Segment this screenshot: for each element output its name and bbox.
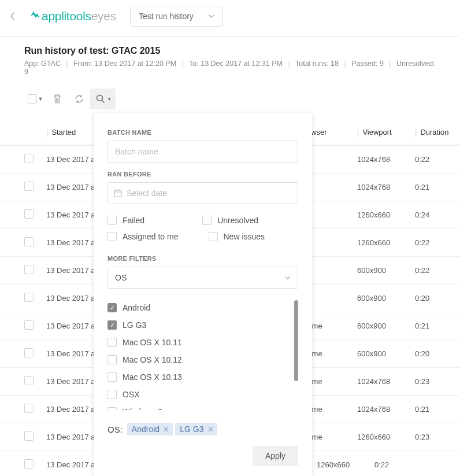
row-checkbox[interactable]: [24, 209, 34, 219]
cell-browser: rome: [305, 377, 357, 386]
filter-chip: Android ✕: [127, 423, 173, 436]
cell-duration: 0:22: [374, 460, 407, 469]
row-checkbox[interactable]: [24, 431, 34, 441]
filter-assigned-checkbox[interactable]: Assigned to me: [107, 232, 179, 241]
chevron-down-icon: [285, 276, 291, 279]
chevron-left-icon: [10, 12, 16, 21]
os-option[interactable]: ✓Android: [107, 299, 294, 316]
header-viewport: Viewport: [362, 128, 391, 136]
cell-duration: 0:22: [415, 238, 447, 247]
meta-passed: Passed: 9: [351, 60, 384, 68]
cell-duration: 0:20: [415, 349, 447, 358]
topbar: applitoolseyes Test run history: [0, 0, 460, 36]
meta-from: From: 13 Dec 2017 at 12:20 PM: [73, 60, 176, 68]
logo-icon: [29, 10, 42, 23]
checkbox-icon: [28, 94, 37, 104]
os-option[interactable]: ✓LG G3: [107, 316, 294, 334]
meta-app: App: GTAC: [24, 60, 61, 68]
logo-text-1: applitools: [42, 9, 91, 23]
toolbar: ▼ ▾: [0, 82, 460, 113]
search-icon: [95, 94, 106, 104]
refresh-button[interactable]: [68, 88, 90, 109]
row-checkbox[interactable]: [24, 154, 34, 163]
batch-name-label: BATCH NAME: [107, 129, 298, 136]
row-checkbox[interactable]: [24, 376, 34, 385]
row-checkbox[interactable]: [24, 320, 34, 330]
filter-panel: BATCH NAME RAN BEFORE Failed Unresolved …: [94, 113, 312, 476]
row-checkbox[interactable]: [24, 237, 34, 246]
checkbox-icon: [107, 407, 117, 410]
os-option[interactable]: OSX: [107, 386, 294, 403]
cell-duration: 0:20: [415, 294, 447, 302]
checkbox-icon: [107, 390, 117, 399]
checkbox-icon: [107, 372, 117, 382]
filter-unresolved-checkbox[interactable]: Unresolved: [202, 216, 258, 225]
caret-down-icon: ▾: [108, 96, 111, 102]
cell-viewport: 1024x768: [357, 377, 415, 386]
cell-viewport: 1024x768: [357, 155, 415, 164]
cell-viewport: 1260x660: [357, 211, 415, 219]
chevron-down-icon: [209, 14, 214, 18]
cell-viewport: 600x900: [357, 266, 415, 275]
apply-button[interactable]: Apply: [253, 446, 298, 466]
filter-button[interactable]: ▾: [90, 88, 116, 109]
os-option[interactable]: Mac OS X 10.11: [107, 334, 294, 351]
header-section: Run history of test: GTAC 2015 App: GTAC…: [0, 36, 460, 82]
page-title: Run history of test: GTAC 2015: [24, 46, 436, 56]
cell-duration: 0:23: [415, 377, 447, 386]
cell-viewport: 600x900: [357, 322, 415, 330]
back-button[interactable]: [2, 8, 23, 25]
more-filters-select[interactable]: OS: [107, 267, 298, 289]
cell-viewport: 600x900: [357, 349, 415, 358]
row-checkbox[interactable]: [24, 348, 34, 357]
os-option[interactable]: Mac OS X 10.12: [107, 351, 294, 368]
checkbox-icon: ✓: [107, 303, 117, 312]
filter-failed-checkbox[interactable]: Failed: [107, 216, 144, 225]
row-checkbox[interactable]: [24, 459, 34, 468]
cell-duration: 0:21: [415, 322, 447, 330]
meta-row: App: GTAC | From: 13 Dec 2017 at 12:20 P…: [24, 60, 436, 76]
cell-browser: rome: [305, 405, 357, 414]
os-option[interactable]: Windows 7: [107, 403, 294, 410]
chip-remove-icon[interactable]: ✕: [163, 425, 169, 434]
select-all-button[interactable]: ▼: [24, 88, 46, 109]
ran-before-label: RAN BEFORE: [107, 171, 298, 178]
header-duration: Duration: [420, 128, 448, 136]
cell-viewport: 1260x660: [357, 433, 415, 441]
meta-total: Total runs: 18: [295, 60, 339, 68]
row-checkbox[interactable]: [24, 182, 34, 191]
ran-before-input[interactable]: [107, 182, 298, 204]
row-checkbox[interactable]: [24, 265, 34, 274]
delete-button[interactable]: [46, 88, 68, 109]
cell-viewport: 1260x660: [317, 460, 374, 469]
svg-point-0: [97, 95, 102, 101]
trash-icon: [52, 94, 62, 104]
svg-rect-1: [114, 190, 121, 197]
cell-viewport: 1024x768: [357, 183, 415, 191]
filter-newissues-checkbox[interactable]: New issues: [209, 232, 265, 241]
row-checkbox[interactable]: [24, 293, 34, 302]
refresh-icon: [74, 94, 84, 104]
logo: applitoolseyes: [29, 9, 116, 23]
cell-duration: 0:21: [415, 183, 447, 191]
header-started: Started: [51, 128, 76, 136]
applied-label: OS:: [107, 425, 123, 434]
row-checkbox[interactable]: [24, 404, 34, 413]
batch-name-input[interactable]: [107, 141, 298, 163]
scrollbar-thumb[interactable]: [294, 300, 298, 381]
filter-chip: LG G3 ✕: [175, 423, 217, 436]
os-option[interactable]: Mac OS X 10.13: [107, 368, 294, 386]
chip-remove-icon[interactable]: ✕: [207, 425, 214, 434]
calendar-icon: [113, 189, 123, 198]
os-options-list: ✓Android✓LG G3Mac OS X 10.11Mac OS X 10.…: [107, 299, 298, 410]
cell-browser: rome: [305, 322, 357, 330]
dropdown-label: Test run history: [139, 12, 194, 21]
cell-viewport: 1260x660: [357, 238, 415, 247]
cell-duration: 0:23: [415, 433, 447, 441]
nav-dropdown[interactable]: Test run history: [130, 6, 223, 27]
checkbox-icon: [107, 338, 117, 347]
cell-viewport: 600x900: [357, 294, 415, 302]
caret-down-icon: ▼: [38, 96, 43, 102]
logo-text-2: eyes: [91, 9, 116, 23]
cell-duration: 0:21: [415, 405, 447, 414]
